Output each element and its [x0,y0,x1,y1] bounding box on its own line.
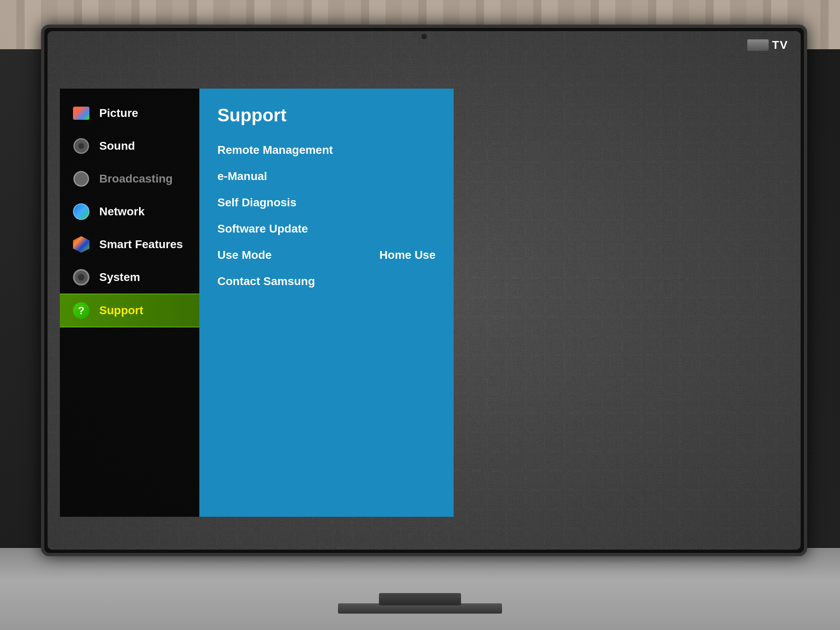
menu-item-use-mode[interactable]: Use Mode Home Use [217,242,436,268]
menu-items-list: Remote Management e-Manual Self Diagnosi… [217,137,436,294]
tv-label-text: TV [772,39,788,52]
remote-management-label: Remote Management [217,144,333,157]
tv-logo-box [747,39,769,51]
sound-icon [72,137,90,155]
use-mode-value: Home Use [379,249,436,262]
menu-item-self-diagnosis[interactable]: Self Diagnosis [217,189,436,216]
network-icon [72,203,90,221]
menu-item-contact-samsung[interactable]: Contact Samsung [217,268,436,294]
sidebar-label-smart-features: Smart Features [99,238,183,251]
sidebar-item-network[interactable]: Network [60,195,199,228]
software-update-label: Software Update [217,222,308,235]
desk-surface [0,548,840,630]
menu-item-remote-management[interactable]: Remote Management [217,137,436,163]
picture-icon [72,104,90,122]
self-diagnosis-label: Self Diagnosis [217,196,297,209]
menu-container: Picture Sound Broadcasting [60,89,454,517]
panel-title: Support [217,105,436,126]
sidebar-item-system[interactable]: System [60,261,199,294]
sidebar-item-broadcasting[interactable]: Broadcasting [60,162,199,195]
sidebar-item-sound[interactable]: Sound [60,130,199,162]
sidebar-label-picture: Picture [99,107,138,120]
sidebar: Picture Sound Broadcasting [60,89,199,517]
sidebar-label-support: Support [99,304,143,317]
smart-features-icon [72,235,90,253]
tv-outer: TV Picture [0,0,840,630]
sidebar-label-system: System [99,271,140,284]
tv-screen: TV Picture [48,31,801,550]
sidebar-item-picture[interactable]: Picture [60,97,199,130]
content-panel: Support Remote Management e-Manual Sel [199,89,454,517]
tv-stand [379,593,461,605]
tv-label-area: TV [747,39,788,52]
tv-bezel: TV Picture [41,25,807,556]
contact-samsung-label: Contact Samsung [217,275,315,288]
sidebar-item-smart-features[interactable]: Smart Features [60,228,199,261]
support-icon: ? [72,301,90,320]
broadcasting-icon [72,170,90,188]
menu-item-software-update[interactable]: Software Update [217,216,436,242]
system-icon [72,268,90,286]
use-mode-label: Use Mode [217,249,272,262]
sidebar-label-network: Network [99,205,144,218]
menu-item-e-manual[interactable]: e-Manual [217,163,436,189]
sidebar-label-broadcasting: Broadcasting [99,172,173,185]
sidebar-label-sound: Sound [99,139,135,153]
e-manual-label: e-Manual [217,170,267,183]
sidebar-item-support[interactable]: ? Support [60,294,199,327]
camera-dot [420,33,428,40]
